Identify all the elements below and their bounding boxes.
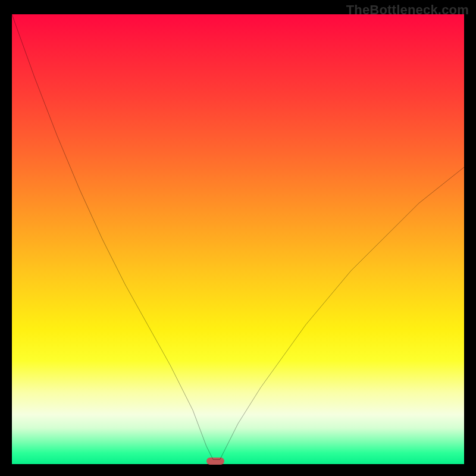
curve-path	[12, 14, 464, 459]
chart-frame: TheBottleneck.com	[0, 0, 476, 476]
plot-area	[12, 14, 464, 464]
bottleneck-curve	[12, 14, 464, 464]
